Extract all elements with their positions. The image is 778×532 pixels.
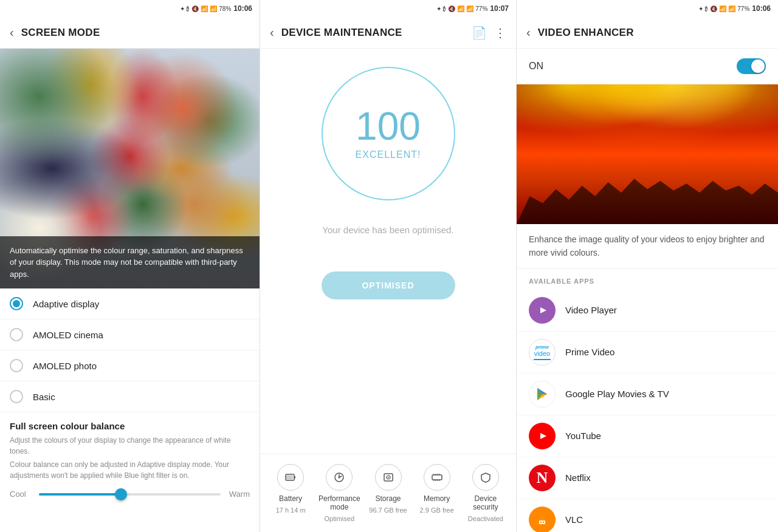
signal-icon: ✦ [180,5,185,12]
battery-item[interactable]: Battery 17 h 14 m [266,464,315,522]
radio-basic[interactable] [10,390,23,403]
concert-lights [517,84,778,168]
memory-icon [424,464,450,491]
colour-balance-section: Full screen colour balance Adjust the co… [0,412,260,507]
video-player-icon [529,297,556,324]
amoled-photo-label: AMOLED photo [33,361,97,371]
score-circle: 100 EXCELLENT! [322,67,455,200]
mute-icon-2: 🔇 [448,5,455,12]
concert-image [517,84,778,224]
toggle-knob [751,60,765,73]
optimised-button[interactable]: OPTIMISED [322,271,455,299]
colour-slider-row: Cool Warm [10,489,250,499]
vlc-icon [529,506,556,532]
image-overlay-text: Automatically optimise the colour range,… [0,236,260,289]
radio-amoled-photo[interactable] [10,359,23,372]
status-icons-2: ✦ ₿ 🔇 📶 📶 77% [436,5,487,12]
bt-icon-2: ₿ [443,5,446,12]
prime-logo: prime video [534,344,551,360]
video-enhancer-content: ON Enhance the image quality of your vid… [517,49,778,532]
storage-name: Storage [375,494,401,503]
performance-value: Optimised [325,515,355,522]
basic-label: Basic [33,392,55,402]
on-toggle[interactable] [737,58,766,74]
battery-icon [277,464,304,491]
bt-icon: ₿ [187,5,190,12]
video-player-item[interactable]: Video Player [517,290,778,332]
screen-mode-title: SCREEN MODE [21,27,250,39]
svg-point-4 [339,477,340,479]
performance-item[interactable]: Performance mode Optimised [315,464,363,522]
device-security-icon [472,464,499,491]
memory-value: 2.9 GB free [420,506,454,514]
option-amoled-cinema[interactable]: AMOLED cinema [0,319,260,350]
battery-3: 77% [737,5,749,12]
screen-mode-options: Adaptive display AMOLED cinema AMOLED ph… [0,288,260,412]
video-enhancer-panel: ✦ ₿ 🔇 📶 📶 77% 10:06 ‹ VIDEO ENHANCER ON … [517,0,778,532]
prime-video-icon: prime video [529,339,556,366]
performance-name: Performance mode [315,494,363,511]
maintenance-bottom: Battery 17 h 14 m Performance mode Optim… [260,454,516,532]
radio-amoled-cinema[interactable] [10,328,23,341]
wifi-icon-2: 📶 [457,5,464,12]
back-button-3[interactable]: ‹ [526,26,531,39]
svg-rect-1 [286,476,293,480]
colour-balance-desc: Adjust the colours of your display to ch… [10,435,250,457]
app-list: Video Player prime video Prime Video [517,290,778,532]
option-adaptive[interactable]: Adaptive display [0,288,260,319]
warm-label: Warm [228,489,250,499]
google-play-item[interactable]: Google Play Movies & TV [517,373,778,415]
device-security-item[interactable]: Device security Deactivated [461,464,510,522]
signal-icon-2: ✦ [436,5,441,12]
more-icon[interactable]: ⋮ [494,26,506,40]
device-maintenance-title: DEVICE MAINTENANCE [281,27,464,39]
colour-slider-thumb[interactable] [115,488,127,500]
device-maintenance-panel: ✦ ₿ 🔇 📶 📶 77% 10:07 ‹ DEVICE MAINTENANCE… [260,0,517,532]
memory-item[interactable]: Memory 2.9 GB free [413,464,461,522]
colour-slider-fill [39,493,121,496]
score-label: EXCELLENT! [356,149,421,160]
youtube-icon [529,423,556,449]
storage-icon [375,464,402,491]
radio-adaptive[interactable] [10,297,23,310]
maintenance-content: 100 EXCELLENT! Your device has been opti… [260,49,516,454]
option-amoled-photo[interactable]: AMOLED photo [0,350,260,381]
svg-point-7 [388,477,389,478]
memory-name: Memory [424,494,450,503]
storage-item[interactable]: Storage 96.7 GB free [363,464,412,522]
youtube-item[interactable]: YouTube [517,415,778,457]
battery-name: Battery [279,494,302,503]
svg-rect-25 [539,520,545,524]
screen-mode-panel: ✦ ₿ 🔇 📶 📶 78% 10:06 ‹ SCREEN MODE Automa… [0,0,260,532]
svg-marker-17 [540,307,546,313]
performance-icon [326,464,353,491]
device-security-name: Device security [461,494,510,511]
option-basic[interactable]: Basic [0,381,260,412]
top-bar-3: ‹ VIDEO ENHANCER [517,17,778,49]
netflix-name: Netflix [565,472,591,483]
top-bar-2: ‹ DEVICE MAINTENANCE 📄 ⋮ [260,17,516,49]
netflix-item[interactable]: N Netflix [517,457,778,499]
prime-video-item[interactable]: prime video Prime Video [517,332,778,373]
back-button-2[interactable]: ‹ [270,26,274,39]
svg-rect-2 [294,476,295,479]
doc-icon[interactable]: 📄 [472,26,487,40]
score-number: 100 [356,107,421,146]
vlc-name: VLC [565,514,583,525]
colour-balance-note: Colour balance can only be adjusted in A… [10,459,250,481]
signal2-icon: 📶 [210,5,217,12]
cool-label: Cool [10,489,32,499]
google-play-icon [529,381,556,408]
signal2-icon-3: 📶 [728,5,735,12]
vlc-item[interactable]: VLC [517,499,778,532]
veg-image: Automatically optimise the colour range,… [0,49,260,288]
status-bar-1: ✦ ₿ 🔇 📶 📶 78% 10:06 [0,0,260,17]
on-row: ON [517,49,778,84]
svg-marker-22 [540,433,546,439]
back-button-1[interactable]: ‹ [10,26,14,39]
status-bar-3: ✦ ₿ 🔇 📶 📶 77% 10:06 [517,0,778,17]
google-play-name: Google Play Movies & TV [565,389,669,399]
colour-slider-track[interactable] [39,493,221,496]
status-icons-1: ✦ ₿ 🔇 📶 📶 78% [180,5,231,12]
mute-icon: 🔇 [191,5,199,12]
